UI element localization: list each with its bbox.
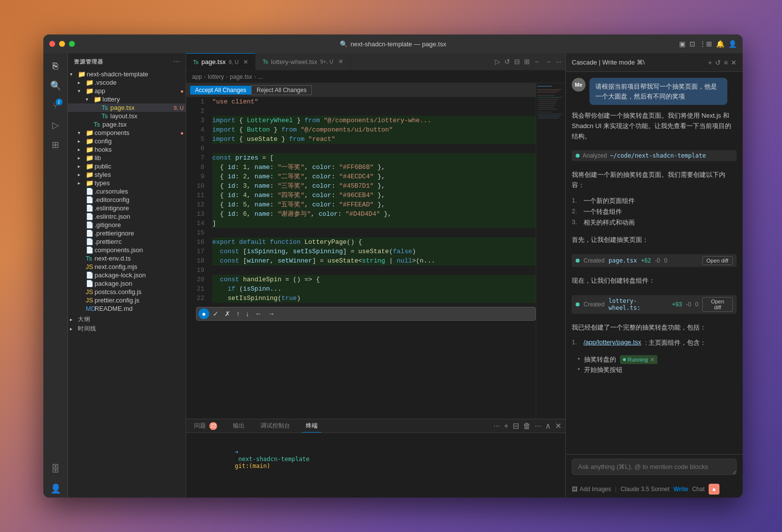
tree-item-next-config[interactable]: JS next.config.mjs [68, 263, 186, 271]
terminal-tab-terminal[interactable]: 终端 [302, 420, 322, 432]
diff-icon[interactable]: ⊟ [514, 58, 520, 66]
terminal-tab-output[interactable]: 输出 [229, 420, 249, 432]
code-editor[interactable]: Accept All Changes Reject All Changes 1 … [186, 83, 536, 419]
tree-item-timeline[interactable]: ▸ 时间线 [68, 324, 186, 333]
terminal-tab-debug[interactable]: 调试控制台 [257, 420, 294, 432]
write-tab-button[interactable]: Write [674, 486, 688, 493]
notification-icon[interactable]: 🔔 [716, 40, 724, 48]
terminal-close-icon[interactable]: ✕ [555, 421, 561, 431]
tree-item-app[interactable]: ▾ 📁 app ● [68, 87, 186, 95]
created-file-1: page.tsx [609, 257, 637, 264]
tree-root-folder[interactable]: ▾ 📁 next-shadcn-template [68, 70, 186, 78]
tree-item-styles[interactable]: ▸ 📁 styles [68, 170, 186, 179]
cascade-close-icon[interactable]: ✕ [731, 59, 737, 66]
breadcrumb-app[interactable]: app [192, 73, 202, 80]
split-icon[interactable]: ⊞ [524, 58, 530, 66]
eslintrc-label: .eslintrc.json [95, 213, 186, 220]
tree-item-config[interactable]: ▸ 📁 config [68, 137, 186, 145]
tree-item-lib[interactable]: ▸ 📁 lib [68, 154, 186, 162]
terminal-chevron-up-icon[interactable]: ∧ [545, 421, 551, 431]
inline-down-icon[interactable]: ↓ [243, 308, 252, 319]
tree-item-cursorrules[interactable]: 📄 .cursorrules [68, 187, 186, 196]
terminal-trash-icon[interactable]: 🗑 [523, 422, 531, 431]
code-wrapper[interactable]: 1 2 3 4 5 6 7 8 9 10 [186, 97, 536, 419]
terminal-content[interactable]: ➜ next-shadcn-template git:(main) [186, 433, 565, 498]
tree-item-vscode[interactable]: ▸ 📁 .vscode [68, 78, 186, 87]
breadcrumb-page[interactable]: page.tsx [230, 73, 252, 80]
chat-tab-button[interactable]: Chat [692, 486, 704, 493]
tree-item-layout[interactable]: Ts layout.tsx [68, 112, 186, 120]
files-activity-icon[interactable]: ⎘ [47, 57, 65, 75]
tree-item-postcss[interactable]: JS postcss.config.js [68, 288, 186, 296]
tree-item-app-page[interactable]: Ts page.tsx [68, 120, 186, 129]
layout-icon[interactable]: ⊡ [689, 40, 695, 48]
send-button[interactable]: ■ [709, 484, 719, 495]
inline-reject-icon[interactable]: ✗ [222, 308, 233, 319]
tree-item-components-json[interactable]: 📄 components.json [68, 246, 186, 254]
account-activity-icon[interactable]: 👤 [47, 480, 65, 498]
breadcrumb-more[interactable]: ... [258, 73, 263, 80]
sidebar-more-button[interactable]: ··· [173, 57, 180, 66]
tree-item-components[interactable]: ▾ 📁 components ● [68, 129, 186, 137]
minimize-button[interactable] [59, 41, 65, 47]
tab-close-icon[interactable]: ✕ [243, 59, 248, 66]
tree-item-readme[interactable]: MD README.md [68, 304, 186, 313]
tree-item-eslintignore[interactable]: 📄 .eslintignore [68, 204, 186, 212]
tree-item-lottery[interactable]: ▾ 📁 lottery [68, 95, 186, 103]
running-close-icon[interactable]: ✕ [650, 357, 654, 363]
add-images-button[interactable]: 🖼 Add Images [572, 486, 611, 493]
breadcrumb-lottery[interactable]: lottery [208, 73, 224, 80]
source-control-activity-icon[interactable]: ⑂ 2 [47, 97, 65, 114]
inline-forward-icon[interactable]: → [265, 308, 277, 319]
tree-item-package[interactable]: 📄 package.json [68, 279, 186, 288]
maximize-button[interactable] [69, 41, 75, 47]
extensions-activity-icon[interactable]: ⊞ [47, 136, 65, 154]
history-icon[interactable]: ↺ [504, 58, 510, 66]
tree-item-lottery-page[interactable]: Ts page.tsx 9, U [68, 103, 186, 112]
tree-item-gitignore[interactable]: 📄 .gitignore [68, 221, 186, 229]
search-activity-icon[interactable]: 🔍 [47, 77, 65, 95]
customize-icon[interactable]: ⋮⊞ [699, 40, 712, 48]
tree-item-public[interactable]: ▸ 📁 public [68, 162, 186, 170]
tree-item-hooks[interactable]: ▸ 📁 hooks [68, 145, 186, 154]
terminal-tab-problems[interactable]: 问题 22 [190, 420, 221, 432]
tree-item-prettierrc[interactable]: 📄 .prettierrc [68, 237, 186, 246]
cascade-history-icon[interactable]: ↺ [715, 59, 721, 66]
account-icon[interactable]: 👤 [728, 40, 737, 48]
run-icon[interactable]: ▷ [495, 58, 500, 66]
tree-item-next-env[interactable]: Ts next-env.d.ts [68, 254, 186, 263]
tab-close-icon[interactable]: ✕ [338, 58, 343, 65]
reject-all-button[interactable]: Reject All Changes [251, 85, 312, 95]
tree-item-eslintrc[interactable]: 📄 .eslintrc.json [68, 212, 186, 221]
tree-item-prettier-config[interactable]: JS prettier.config.js [68, 296, 186, 304]
inline-back-icon[interactable]: ← [253, 308, 264, 319]
inline-confirm-icon[interactable]: ✓ [210, 308, 221, 319]
terminal-split-icon[interactable]: ⊟ [513, 421, 519, 431]
inline-up-icon[interactable]: ↑ [234, 308, 242, 319]
tree-item-prettierignore[interactable]: 📄 .prettierignore [68, 229, 186, 237]
back-icon[interactable]: ← [534, 58, 541, 66]
terminal-add-icon[interactable]: + [504, 422, 508, 431]
accept-all-button[interactable]: Accept All Changes [190, 86, 251, 95]
inline-accept-icon[interactable]: ● [198, 308, 209, 319]
page-tsx-link[interactable]: /app/lottery/page.tsx [584, 338, 641, 347]
open-diff-button-2[interactable]: Open diff [702, 297, 733, 312]
close-button[interactable] [49, 41, 55, 47]
tree-item-package-lock[interactable]: 📄 package-lock.json [68, 271, 186, 279]
tree-item-types[interactable]: ▸ 📁 types [68, 179, 186, 187]
tree-item-editorconfig[interactable]: 📄 .editorconfig [68, 196, 186, 204]
forward-icon[interactable]: → [545, 58, 552, 66]
cascade-add-icon[interactable]: + [708, 59, 712, 66]
more-icon[interactable]: ··· [555, 58, 561, 66]
tab-lottery-wheel[interactable]: Ts lottery-wheel.tsx 9+, U ✕ [256, 53, 351, 70]
database-activity-icon[interactable]: 🗄 [47, 460, 65, 478]
model-selector-button[interactable]: Claude 3.5 Sonnet [620, 486, 669, 493]
tab-page-tsx[interactable]: Ts page.tsx 9, U ✕ [186, 53, 256, 70]
json-file-icon: 📄 [86, 280, 95, 287]
run-activity-icon[interactable]: ▷ [47, 116, 65, 134]
panel-icon[interactable]: ▣ [679, 40, 685, 48]
open-diff-button-1[interactable]: Open diff [702, 256, 733, 265]
cascade-settings-icon[interactable]: ≡ [724, 59, 728, 66]
cascade-input[interactable] [572, 459, 737, 475]
tree-item-outline[interactable]: ▸ 大纲 [68, 315, 186, 324]
